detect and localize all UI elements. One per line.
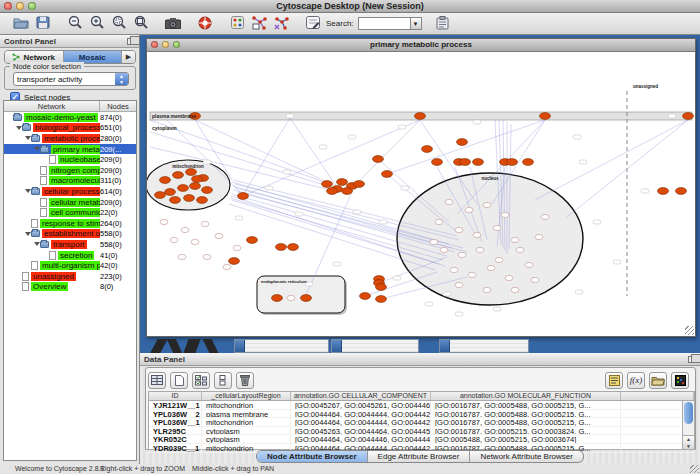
network-node[interactable] bbox=[450, 267, 458, 272]
network-node[interactable] bbox=[191, 239, 199, 244]
network-node[interactable] bbox=[322, 181, 333, 188]
zoom-selected-button[interactable] bbox=[108, 14, 130, 34]
tree-row[interactable]: metabolic process280(0) bbox=[4, 133, 136, 144]
palette-button[interactable] bbox=[226, 14, 248, 34]
table-cell[interactable]: mitochondrion bbox=[202, 418, 291, 426]
tree-row[interactable]: establishment of lo558(0) bbox=[4, 229, 136, 240]
network-node[interactable] bbox=[190, 183, 201, 190]
search-dropdown-icon[interactable]: ▼ bbox=[410, 18, 421, 29]
table-cell[interactable]: mitochondrion bbox=[202, 401, 291, 409]
table-cell[interactable]: [GO:0044464, GO:0044444, GO:0044425, G..… bbox=[291, 410, 431, 418]
table-cell[interactable]: [GO:0044464, GO:0044446, GO:0044444, G..… bbox=[291, 435, 431, 443]
network-node[interactable] bbox=[457, 139, 468, 146]
tree-row-label[interactable]: cellular process bbox=[42, 187, 100, 196]
network-node[interactable] bbox=[535, 234, 543, 239]
network-node[interactable] bbox=[440, 247, 448, 252]
clipboard-button[interactable] bbox=[432, 14, 454, 34]
tree-row[interactable]: multi-organism pro42(0) bbox=[4, 260, 136, 271]
network-node[interactable] bbox=[197, 197, 208, 204]
network-node[interactable] bbox=[501, 212, 509, 217]
save-button[interactable] bbox=[32, 14, 54, 34]
canvas-background[interactable] bbox=[147, 52, 695, 335]
network-node[interactable] bbox=[160, 219, 168, 224]
table-row[interactable]: YJR121W__1mitochondrion[GO:0045267, GO:0… bbox=[149, 401, 694, 410]
tree-row[interactable]: cell communicat22(0) bbox=[4, 207, 136, 218]
network-node[interactable] bbox=[540, 113, 551, 120]
tree-row[interactable]: Overview8(0) bbox=[4, 282, 136, 293]
tree-row[interactable]: cellular metabol209(0) bbox=[4, 197, 136, 208]
network-node[interactable] bbox=[511, 237, 519, 242]
network-node[interactable] bbox=[483, 202, 491, 207]
network-node[interactable] bbox=[223, 264, 231, 269]
tree-row-label[interactable]: biological_process bbox=[33, 123, 100, 132]
disclosure-triangle-icon[interactable] bbox=[33, 242, 40, 246]
table-row[interactable]: YLR295Ccytoplasm[GO:0045263, GO:0044464,… bbox=[149, 427, 694, 436]
network-node[interactable] bbox=[373, 156, 384, 163]
network-node[interactable] bbox=[507, 159, 518, 166]
disclosure-triangle-icon[interactable] bbox=[24, 232, 31, 236]
network-node[interactable] bbox=[541, 214, 549, 219]
zoom-fit-button[interactable] bbox=[130, 14, 152, 34]
network-canvas[interactable]: plasma membranecytoplasmmitochondrionnuc… bbox=[147, 52, 695, 335]
network-node[interactable] bbox=[360, 293, 371, 300]
minimized-window[interactable] bbox=[439, 339, 529, 353]
network-node[interactable] bbox=[435, 219, 443, 224]
tree-row-label[interactable]: Overview bbox=[31, 282, 68, 291]
network-node[interactable] bbox=[170, 237, 178, 242]
attribute-table-button[interactable] bbox=[148, 372, 166, 389]
tree-row[interactable]: transport558(0) bbox=[4, 239, 136, 250]
network-node[interactable] bbox=[178, 185, 189, 192]
network-node[interactable] bbox=[511, 287, 519, 292]
network-node[interactable] bbox=[301, 295, 312, 302]
network-node[interactable] bbox=[415, 113, 426, 120]
network-node[interactable] bbox=[181, 227, 189, 232]
network-node[interactable] bbox=[683, 113, 694, 120]
network-node[interactable] bbox=[178, 254, 186, 259]
table-cell[interactable]: [GO:0016787, GO:0005215, GO:0003824, G..… bbox=[431, 427, 621, 435]
network-node[interactable] bbox=[186, 169, 197, 176]
network-node[interactable] bbox=[495, 257, 503, 262]
tree-row-label[interactable]: multi-organism pro bbox=[40, 261, 100, 270]
table-cell[interactable]: cytoplasm bbox=[202, 427, 291, 435]
network-node[interactable] bbox=[192, 176, 203, 183]
network-node[interactable] bbox=[288, 244, 299, 251]
table-row[interactable]: YPL036W__2plasma membrane[GO:0044464, GO… bbox=[149, 410, 694, 419]
tree-row[interactable]: primary metabol209(... bbox=[4, 144, 136, 155]
table-row[interactable]: YKR052Ccytoplasm[GO:0044464, GO:0044446,… bbox=[149, 435, 694, 444]
network-node[interactable] bbox=[658, 188, 669, 195]
network-node[interactable] bbox=[276, 244, 287, 251]
network-node[interactable] bbox=[458, 252, 466, 257]
scrollbar-arrows-icon[interactable]: ▲▼ bbox=[683, 435, 694, 449]
tree-row-label[interactable]: metabolic process bbox=[42, 134, 100, 143]
tree-row[interactable]: nucleobase-209(0) bbox=[4, 154, 136, 165]
network-node[interactable] bbox=[202, 187, 213, 194]
column-header[interactable]: annotation.GO CELLULAR_COMPONENT bbox=[291, 392, 431, 400]
tab-network-attribute-browser[interactable]: Network Attribute Browser bbox=[470, 451, 582, 462]
tree-header-network[interactable]: Network bbox=[4, 101, 100, 111]
network-node[interactable] bbox=[455, 227, 463, 232]
disclosure-triangle-icon[interactable] bbox=[24, 136, 31, 140]
network-node[interactable] bbox=[445, 199, 453, 204]
network-node[interactable] bbox=[376, 296, 387, 303]
network-node[interactable] bbox=[203, 254, 211, 259]
network-view-window[interactable]: primary metabolic process plasma membran… bbox=[146, 38, 696, 337]
tree-row[interactable]: secretion41(0) bbox=[4, 250, 136, 261]
window-resize-grip[interactable] bbox=[690, 465, 699, 473]
zoom-out-button[interactable] bbox=[64, 14, 86, 34]
network-node[interactable] bbox=[505, 275, 513, 280]
table-cell[interactable]: [GO:0045263, GO:0044464, GO:0044455, G..… bbox=[291, 427, 431, 435]
network-node[interactable] bbox=[337, 179, 348, 186]
snapshot-button[interactable] bbox=[162, 14, 184, 34]
tree-row-label[interactable]: transport bbox=[51, 240, 87, 249]
table-cell[interactable]: YPL036W__2 bbox=[149, 410, 202, 418]
network-node[interactable] bbox=[155, 192, 166, 199]
table-cell[interactable]: [GO:0016787, GO:0005488, GO:0005215, G..… bbox=[431, 418, 621, 426]
window-resize-grip[interactable] bbox=[685, 326, 694, 335]
table-cell[interactable]: YJR121W__1 bbox=[149, 401, 202, 409]
disclosure-triangle-icon[interactable] bbox=[15, 126, 22, 130]
column-header[interactable]: annotation.GO MOLECULAR_FUNCTION bbox=[431, 392, 621, 400]
tree-row-label[interactable]: primary metabol bbox=[51, 145, 100, 154]
float-panel-icon[interactable] bbox=[127, 38, 135, 45]
table-cell[interactable]: YLR295C bbox=[149, 427, 202, 435]
network-node[interactable] bbox=[272, 295, 283, 302]
